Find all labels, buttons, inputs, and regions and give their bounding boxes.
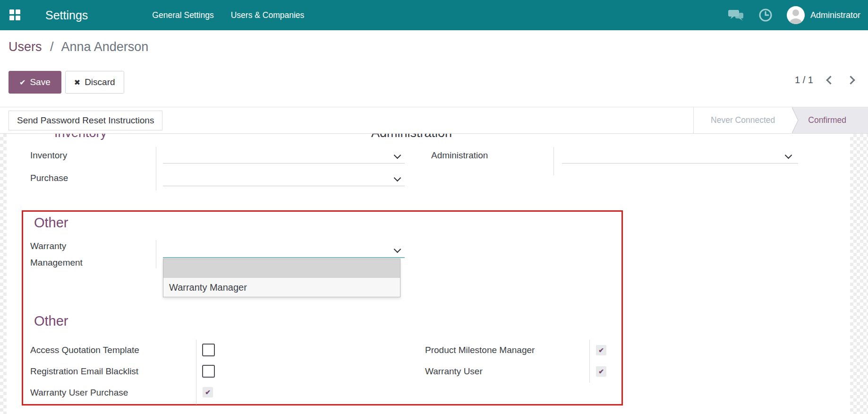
access-quotation-template-checkbox[interactable] <box>202 344 215 356</box>
avatar-silhouette <box>787 6 805 24</box>
warranty-user-purchase-label: Warranty User Purchase <box>30 388 128 398</box>
administration-field-label: Administration <box>431 150 488 161</box>
breadcrumb-separator: / <box>50 40 54 54</box>
status-arrow-divider <box>792 107 803 133</box>
app-window: Settings General Settings Users & Compan… <box>0 0 868 414</box>
pager-count: 1 / 1 <box>795 75 813 86</box>
user-menu[interactable]: Administrator <box>810 10 860 20</box>
send-password-reset-button[interactable]: Send Password Reset Instructions <box>9 111 162 130</box>
inventory-section-heading: Inventory <box>54 134 107 140</box>
top-navbar: Settings General Settings Users & Compan… <box>0 0 868 30</box>
sheet-left-margin <box>0 134 7 414</box>
warranty-user-checkbox[interactable]: ✔ <box>596 366 606 377</box>
menu-general-settings[interactable]: General Settings <box>152 10 213 20</box>
warranty-management-field-label: Warranty Management <box>30 238 101 271</box>
pager: 1 / 1 <box>795 75 854 86</box>
navbar-menu: General Settings Users & Companies <box>152 10 304 20</box>
checkmark-icon: ✔ <box>205 388 211 396</box>
dropdown-option-warranty-manager[interactable]: Warranty Manager <box>163 278 400 297</box>
checkmark-icon: ✔ <box>598 346 604 354</box>
administration-heading-text: Administration <box>371 134 452 140</box>
check-icon: ✔ <box>19 78 26 87</box>
navbar-right: Administrator <box>715 6 860 24</box>
status-confirmed[interactable]: Confirmed <box>803 107 868 133</box>
product-milestone-manager-label: Product Milestone Manager <box>425 345 535 355</box>
chat-icon[interactable] <box>728 8 744 22</box>
warranty-management-dropdown-list: Warranty Manager <box>163 259 400 297</box>
checkmark-icon: ✔ <box>598 368 604 375</box>
registration-email-blacklist-checkbox[interactable] <box>202 365 215 378</box>
status-never-connected[interactable]: Never Connected <box>693 107 792 133</box>
apps-grid-square <box>9 9 14 14</box>
apps-grid-icon[interactable] <box>9 9 21 21</box>
apps-grid-square <box>16 16 20 20</box>
label-separator <box>156 240 156 268</box>
avatar[interactable] <box>787 6 805 24</box>
purchase-field-label: Purchase <box>30 173 68 183</box>
administration-field-underline <box>562 163 798 164</box>
statusbar: Never Connected Confirmed <box>693 107 868 133</box>
inventory-field-label: Inventory <box>30 150 67 161</box>
previous-record-button[interactable] <box>826 76 834 84</box>
apps-grid-square <box>9 16 14 20</box>
label-separator <box>589 340 590 383</box>
discard-button-label: Discard <box>85 77 115 87</box>
warranty-user-purchase-checkbox[interactable]: ✔ <box>203 387 213 397</box>
sheet-right-margin <box>850 134 868 414</box>
breadcrumb-users-link[interactable]: Users <box>9 40 42 54</box>
other-section-heading-1: Other <box>34 215 68 231</box>
access-quotation-template-label: Access Quotation Template <box>30 345 139 355</box>
breadcrumb-current: Anna Anderson <box>61 40 149 54</box>
activity-clock-icon[interactable] <box>757 8 774 22</box>
close-icon: ✖ <box>74 78 80 87</box>
registration-email-blacklist-label: Registration Email Blacklist <box>30 366 138 377</box>
product-milestone-manager-checkbox[interactable]: ✔ <box>596 345 606 355</box>
label-separator <box>156 147 156 190</box>
warranty-field-focus-underline <box>163 257 405 258</box>
administration-section-heading: Administration <box>371 134 452 140</box>
save-button[interactable]: ✔ Save <box>9 71 61 94</box>
inventory-field-underline <box>163 163 405 164</box>
breadcrumb: Users / Anna Anderson <box>9 40 148 54</box>
apps-grid-square <box>16 9 20 14</box>
save-button-label: Save <box>30 77 50 87</box>
form-button-bar: Send Password Reset Instructions Never C… <box>0 107 868 134</box>
label-separator <box>553 147 554 175</box>
next-record-button[interactable] <box>846 76 855 84</box>
purchase-field-underline <box>163 186 405 186</box>
menu-users-companies[interactable]: Users & Companies <box>231 10 305 20</box>
form-sheet: Inventory Administration Inventory Purch… <box>0 134 868 414</box>
warranty-user-label: Warranty User <box>425 366 483 377</box>
inventory-heading-text: Inventory <box>54 134 107 140</box>
other-section-heading-2: Other <box>34 313 68 329</box>
dropdown-option-empty[interactable] <box>163 259 400 278</box>
record-actions: ✔ Save ✖ Discard <box>9 71 124 94</box>
discard-button[interactable]: ✖ Discard <box>65 71 124 94</box>
label-separator <box>196 340 196 405</box>
app-name[interactable]: Settings <box>45 9 88 22</box>
